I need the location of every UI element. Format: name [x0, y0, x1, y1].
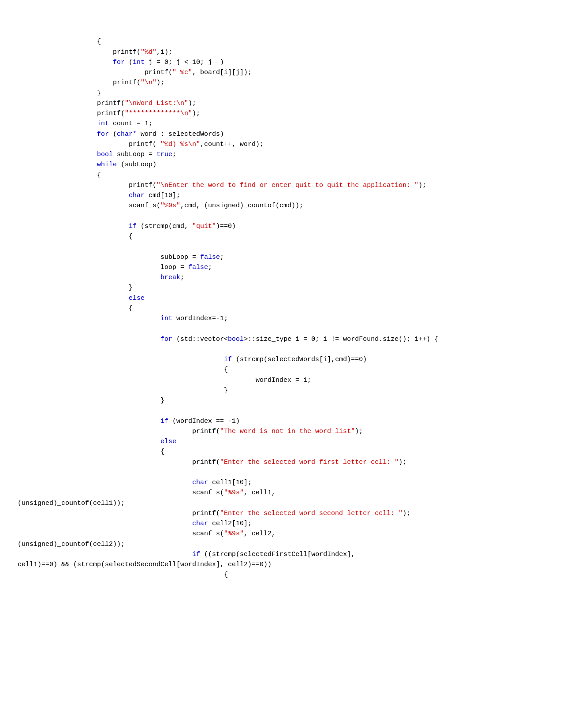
code-content: { printf("%d",i); for (int j = 0; j < 10… [18, 26, 544, 580]
code-line: printf( [113, 49, 141, 56]
